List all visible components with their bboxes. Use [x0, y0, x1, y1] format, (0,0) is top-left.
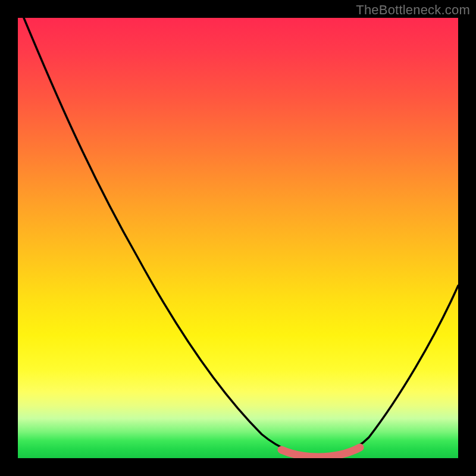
watermark-text: TheBottleneck.com [356, 2, 470, 18]
chart-frame: TheBottleneck.com [0, 0, 476, 476]
plot-area [18, 18, 458, 458]
bottleneck-curve [24, 18, 458, 456]
optimal-range-marker [281, 447, 360, 457]
curve-svg [18, 18, 458, 458]
